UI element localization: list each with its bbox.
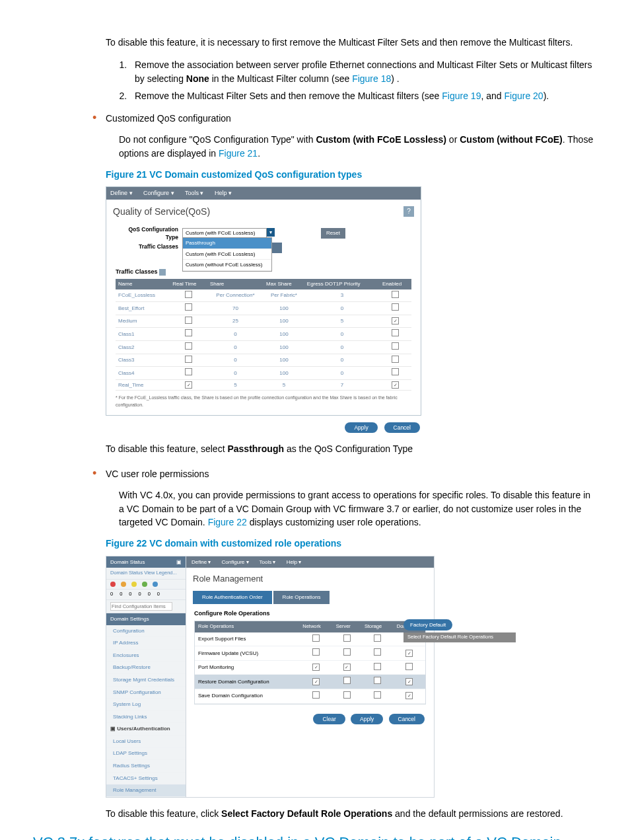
- role-op: Restore Domain Configuration: [195, 675, 299, 689]
- status-counts: 000000: [106, 590, 186, 600]
- cancel-button[interactable]: Cancel: [384, 422, 420, 433]
- checkbox[interactable]: [343, 677, 351, 684]
- menu-help[interactable]: Help ▾: [215, 190, 232, 196]
- factory-default-link[interactable]: Select Factory Default Role Operations: [403, 632, 516, 642]
- checkbox[interactable]: ✓: [312, 678, 320, 685]
- realtime-checkbox[interactable]: [185, 317, 192, 324]
- sidebar-item[interactable]: Backup/Restore: [106, 662, 186, 674]
- qos-type-dropdown-list: Passthrough Custom (with FCoE Lossless) …: [182, 237, 272, 272]
- tc-name: Best_Effort: [116, 302, 170, 315]
- enabled-checkbox[interactable]: [392, 356, 399, 363]
- checkbox[interactable]: [374, 691, 381, 699]
- bullet-roles: VC user role permissions: [92, 465, 597, 482]
- dd-opt-custom-fcoe[interactable]: Custom (with FCoE Lossless): [183, 249, 271, 260]
- checkbox[interactable]: [374, 634, 381, 642]
- link-figure-22[interactable]: Figure 22: [208, 517, 247, 527]
- chevron-down-icon[interactable]: ▾: [267, 228, 275, 237]
- menu-configure[interactable]: Configure ▾: [222, 559, 249, 565]
- cancel-button[interactable]: Cancel: [389, 714, 425, 724]
- role-op: Save Domain Configuration: [195, 689, 299, 703]
- link-figure-19[interactable]: Figure 19: [442, 91, 481, 101]
- tc-name: FCoE_Lossless: [116, 289, 170, 302]
- realtime-checkbox[interactable]: [185, 368, 192, 375]
- checkbox[interactable]: ✓: [343, 664, 351, 671]
- domain-settings-header: Domain Settings: [106, 613, 186, 625]
- users-auth-group[interactable]: ▣ Users/Authentication: [106, 723, 186, 736]
- enabled-checkbox[interactable]: ✓: [392, 317, 399, 325]
- sidebar-item[interactable]: SNMP Configuration: [106, 687, 186, 699]
- sidebar-item[interactable]: Local Users: [106, 736, 186, 748]
- checkbox[interactable]: [343, 634, 351, 642]
- checkbox[interactable]: ✓: [312, 664, 320, 671]
- enabled-checkbox[interactable]: ✓: [392, 381, 399, 389]
- tab-role-operations[interactable]: Role Operations: [273, 591, 330, 604]
- menu-tools[interactable]: Tools ▾: [260, 559, 276, 565]
- qos-type-dropdown[interactable]: Custom (with FCoE Lossless)▾ Passthrough…: [182, 228, 275, 239]
- link-figure-21[interactable]: Figure 21: [219, 148, 258, 159]
- sidebar-item[interactable]: Enclosures: [106, 650, 186, 662]
- help-icon[interactable]: ?: [403, 206, 414, 217]
- reset-button[interactable]: Reset: [321, 228, 345, 239]
- checkbox[interactable]: ✓: [405, 692, 413, 699]
- dd-opt-passthrough[interactable]: Passthrough: [183, 238, 271, 249]
- checkbox[interactable]: [343, 648, 351, 656]
- realtime-checkbox[interactable]: ✓: [185, 381, 192, 389]
- collapse-icon[interactable]: ▣: [176, 558, 182, 566]
- checkbox[interactable]: [374, 648, 381, 656]
- checkbox[interactable]: ✓: [405, 678, 413, 685]
- roles-paragraph: With VC 4.0x, you can provide permission…: [119, 488, 597, 529]
- sidebar-item[interactable]: LDAP Settings: [106, 747, 186, 760]
- link-figure-20[interactable]: Figure 20: [504, 91, 543, 101]
- link-figure-18[interactable]: Figure 18: [352, 73, 391, 84]
- enabled-checkbox[interactable]: [392, 342, 399, 350]
- realtime-checkbox[interactable]: [185, 303, 192, 311]
- sidebar-item[interactable]: Stacking Links: [106, 711, 186, 724]
- checkbox[interactable]: [312, 634, 320, 642]
- enabled-checkbox[interactable]: [392, 329, 399, 336]
- sidebar-item[interactable]: Radius Settings: [106, 760, 186, 773]
- checkbox[interactable]: [312, 648, 320, 656]
- checkbox[interactable]: ✓: [405, 650, 413, 657]
- checkbox[interactable]: [312, 691, 320, 699]
- enabled-checkbox[interactable]: [392, 291, 399, 298]
- realtime-checkbox[interactable]: [185, 329, 192, 336]
- realtime-checkbox[interactable]: [185, 291, 192, 298]
- sidebar-item[interactable]: Storage Mgmt Credentials: [106, 674, 186, 687]
- apply-button[interactable]: Apply: [345, 422, 377, 433]
- checkbox[interactable]: [374, 677, 381, 684]
- domain-status-link[interactable]: Domain Status View Legend...: [106, 568, 186, 580]
- menu-tools[interactable]: Tools ▾: [185, 190, 204, 196]
- figure-21: Define ▾ Configure ▾ Tools ▾ Help ▾ Qual…: [106, 186, 421, 416]
- step-2: Remove the Multicast Filter Sets and the…: [129, 89, 597, 102]
- tab-role-auth-order[interactable]: Role Authentication Order: [193, 591, 272, 604]
- apply-button[interactable]: Apply: [351, 714, 383, 724]
- checkbox[interactable]: [405, 663, 413, 670]
- bullet-qos: Customized QoS configuration: [92, 109, 597, 126]
- realtime-checkbox[interactable]: [185, 356, 192, 363]
- roles-disable-paragraph: To disable this feature, click Select Fa…: [106, 807, 597, 820]
- menu-define[interactable]: Define ▾: [110, 190, 133, 196]
- factory-default-box: Factory Default Select Factory Default R…: [403, 619, 516, 642]
- sidebar-item[interactable]: System Log: [106, 699, 186, 711]
- search-input[interactable]: [110, 602, 172, 611]
- checkbox[interactable]: [343, 691, 351, 699]
- menu-configure[interactable]: Configure ▾: [143, 190, 174, 196]
- sidebar-item[interactable]: IP Address: [106, 637, 186, 650]
- realtime-checkbox[interactable]: [185, 342, 192, 350]
- checkbox[interactable]: [374, 663, 381, 670]
- enabled-checkbox[interactable]: [392, 303, 399, 311]
- tc-name: Real_Time: [116, 379, 170, 391]
- menu-define[interactable]: Define ▾: [192, 559, 211, 565]
- sidebar-item[interactable]: Role Management: [106, 784, 186, 797]
- tc-name: Class1: [116, 328, 170, 341]
- enabled-checkbox[interactable]: [392, 368, 399, 375]
- figure-22: Domain Status▣ Domain Status View Legend…: [106, 556, 435, 798]
- menu-help[interactable]: Help ▾: [287, 559, 302, 565]
- fig22-menubar: Define ▾ Configure ▾ Tools ▾ Help ▾: [186, 556, 434, 568]
- sidebar-item[interactable]: TACACS+ Settings: [106, 773, 186, 785]
- factory-default-button[interactable]: Factory Default: [403, 619, 452, 631]
- figure-21-caption: Figure 21 VC Domain customized QoS confi…: [106, 168, 597, 181]
- clear-button[interactable]: Clear: [313, 714, 345, 724]
- sidebar-item[interactable]: Configuration: [106, 625, 186, 638]
- dd-opt-custom-no-fcoe[interactable]: Custom (without FCoE Lossless): [183, 260, 271, 271]
